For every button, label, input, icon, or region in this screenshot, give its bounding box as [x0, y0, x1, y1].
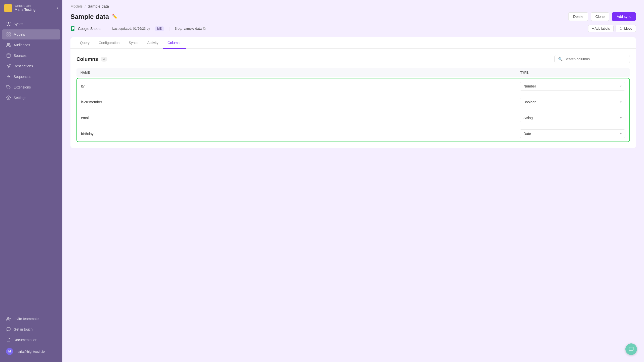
svg-rect-1	[7, 33, 8, 34]
search-icon: 🔍	[558, 57, 562, 61]
sidebar-item-touch[interactable]: Get in touch	[2, 324, 60, 334]
destinations-icon	[6, 64, 11, 69]
chevron-down-icon: ▾	[620, 84, 622, 88]
name-column-header: NAME	[80, 71, 520, 74]
sidebar-item-syncs[interactable]: Syncs	[2, 19, 60, 29]
meta-divider-1: |	[106, 27, 107, 31]
sidebar-item-label-syncs: Syncs	[14, 22, 23, 26]
tab-columns[interactable]: Columns	[163, 37, 186, 49]
type-value-ltv: Number	[524, 84, 536, 88]
slug-label: Slug:	[175, 27, 182, 30]
type-select-ltv[interactable]: Number ▾	[520, 82, 625, 90]
sidebar-item-label-models: Models	[14, 32, 25, 36]
svg-rect-18	[72, 28, 74, 29]
columns-title-row: Columns 4	[76, 56, 107, 62]
add-labels-button[interactable]: + Add labels	[588, 25, 614, 32]
sidebar-item-invite[interactable]: Invite teammate	[2, 314, 60, 324]
cell-name-email: email	[81, 116, 520, 120]
type-column-header: TYPE	[520, 71, 626, 74]
sidebar-item-destinations[interactable]: Destinations	[2, 61, 60, 71]
workspace-info: WORKSPACE Maria Testing	[15, 5, 57, 12]
workspace-label: WORKSPACE	[15, 5, 57, 8]
type-select-birthday[interactable]: Date ▾	[520, 129, 625, 138]
type-value-email: String	[524, 116, 533, 120]
tab-activity[interactable]: Activity	[143, 37, 163, 49]
source-name: Google Sheets	[78, 27, 101, 31]
meta-divider-2: |	[169, 27, 170, 31]
type-select-isvip[interactable]: Boolean ▾	[520, 98, 625, 106]
syncs-icon	[6, 21, 11, 26]
slug-row: Slug: sample-data ⧉	[175, 26, 206, 31]
breadcrumb-current: Sample data	[88, 4, 109, 8]
tab-query[interactable]: Query	[75, 37, 94, 49]
user-email: maria@hightouch.io	[16, 350, 45, 353]
columns-count-badge: 4	[101, 57, 107, 62]
sidebar-item-label-sequences: Sequences	[14, 75, 31, 79]
workspace-header[interactable]: WORKSPACE Maria Testing ▾	[0, 0, 62, 16]
sources-icon	[6, 53, 11, 58]
main-content: Models / Sample data Sample data ✏️ Dele…	[62, 0, 644, 362]
search-input[interactable]	[565, 57, 626, 61]
chevron-down-icon: ▾	[620, 116, 622, 120]
page-title: Sample data	[70, 13, 109, 21]
sidebar-item-sources[interactable]: Sources	[2, 51, 60, 61]
svg-rect-19	[72, 29, 73, 29]
sidebar-item-models[interactable]: Models	[2, 29, 60, 39]
columns-section: Columns 4 🔍 NAME TYPE	[70, 49, 636, 148]
table-row: birthday Date ▾	[77, 126, 629, 142]
sidebar-item-extensions[interactable]: Extensions	[2, 82, 60, 92]
sidebar-item-docs[interactable]: Documentation	[2, 335, 60, 345]
tabs: Query Configuration Syncs Activity Colum…	[70, 37, 636, 49]
chevron-down-icon: ▾	[57, 6, 58, 10]
breadcrumb-separator: /	[85, 4, 86, 8]
sidebar-nav: Syncs Models	[0, 16, 62, 311]
meta-row: Google Sheets | Last updated: 01/26/23 b…	[70, 25, 636, 32]
search-box[interactable]: 🔍	[554, 55, 630, 63]
chevron-down-icon: ▾	[620, 132, 622, 135]
move-button[interactable]: 🗂 Move	[616, 25, 636, 32]
top-bar: Models / Sample data	[62, 0, 644, 12]
user-footer[interactable]: M maria@hightouch.io	[2, 345, 60, 357]
breadcrumb-models-link[interactable]: Models	[70, 4, 83, 8]
sidebar-item-label-audiences: Audiences	[14, 43, 30, 47]
cell-type-isvip: Boolean ▾	[520, 98, 625, 106]
tab-panel: Query Configuration Syncs Activity Colum…	[70, 37, 636, 148]
google-sheets-icon	[70, 26, 76, 31]
svg-marker-7	[7, 64, 10, 68]
sidebar-item-label-destinations: Destinations	[14, 64, 33, 68]
sidebar-item-label-invite: Invite teammate	[14, 317, 39, 321]
cell-type-email: String ▾	[520, 114, 625, 122]
sidebar-item-audiences[interactable]: Audiences	[2, 40, 60, 50]
sidebar-item-settings[interactable]: Settings	[2, 93, 60, 103]
touch-icon	[6, 327, 11, 332]
type-select-email[interactable]: String ▾	[520, 114, 625, 122]
type-value-isvip: Boolean	[524, 100, 536, 104]
chat-button[interactable]	[625, 343, 637, 355]
columns-header: Columns 4 🔍	[76, 55, 630, 63]
cell-name-birthday: birthday	[81, 132, 520, 136]
cell-name-isvip: isVIPmember	[81, 100, 520, 104]
clone-button[interactable]: Clone	[591, 12, 610, 21]
table-row: ltv Number ▾	[77, 78, 629, 94]
edit-icon[interactable]: ✏️	[112, 14, 117, 19]
sidebar-item-sequences[interactable]: Sequences	[2, 72, 60, 82]
svg-point-10	[8, 97, 9, 99]
sidebar-item-label-touch: Get in touch	[14, 327, 33, 331]
page-title-row: Sample data ✏️	[70, 13, 117, 21]
type-value-birthday: Date	[524, 132, 531, 136]
settings-icon	[6, 95, 11, 100]
tab-syncs[interactable]: Syncs	[124, 37, 143, 49]
cell-type-ltv: Number ▾	[520, 82, 625, 90]
cell-name-ltv: ltv	[81, 84, 520, 88]
sidebar-item-label-docs: Documentation	[14, 338, 37, 342]
add-sync-button[interactable]: Add sync	[612, 12, 636, 21]
tab-configuration[interactable]: Configuration	[94, 37, 124, 49]
workspace-icon	[4, 4, 12, 12]
last-updated-text: Last updated: 01/26/23 by	[112, 27, 150, 30]
label-actions: + Add labels 🗂 Move	[588, 25, 636, 32]
delete-button[interactable]: Delete	[568, 12, 588, 21]
copy-icon[interactable]: ⧉	[203, 26, 206, 31]
svg-rect-17	[72, 27, 74, 28]
header-actions: Delete Clone Add sync	[568, 12, 636, 21]
table-row: email String ▾	[77, 110, 629, 126]
